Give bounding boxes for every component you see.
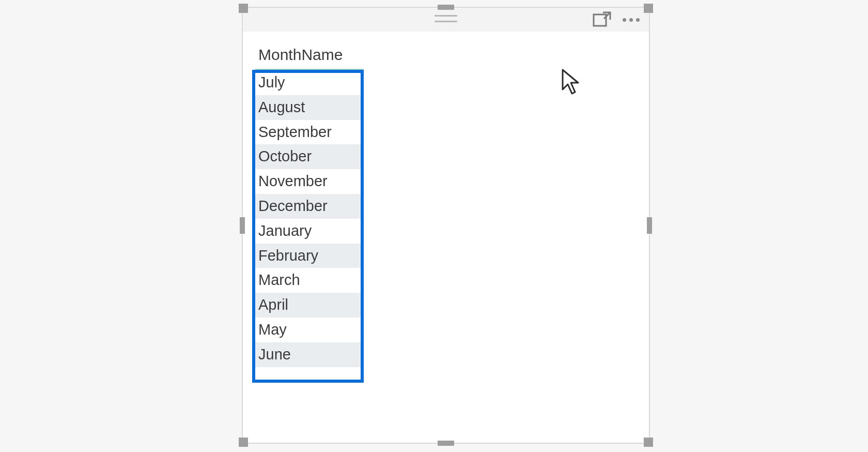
resize-handle-tr[interactable] — [644, 4, 653, 13]
table-row[interactable]: February — [255, 244, 364, 268]
column-header-monthname[interactable]: MonthName — [255, 44, 364, 70]
table-row[interactable]: May — [255, 318, 364, 342]
scroll-thumb[interactable] — [252, 226, 255, 240]
resize-handle-br[interactable] — [644, 438, 653, 447]
table-row[interactable]: December — [255, 194, 364, 219]
table-body: July August September October November D… — [255, 70, 364, 367]
table-row[interactable]: October — [255, 144, 364, 169]
svg-line-1 — [604, 12, 610, 19]
visual-header — [243, 8, 649, 32]
focus-mode-icon[interactable] — [593, 11, 611, 28]
resize-handle-mr[interactable] — [647, 217, 652, 234]
table-row[interactable]: January — [255, 219, 364, 244]
resize-handle-bc[interactable] — [438, 441, 454, 446]
table-row[interactable]: November — [255, 169, 364, 194]
resize-handle-tc[interactable] — [438, 5, 454, 10]
more-options-icon[interactable] — [623, 18, 640, 22]
table-row[interactable]: August — [255, 95, 364, 120]
table-row[interactable]: September — [255, 120, 364, 145]
svg-rect-0 — [594, 14, 606, 26]
table-visual[interactable]: MonthName July August September October … — [242, 7, 650, 444]
resize-handle-tl[interactable] — [239, 4, 248, 13]
table-row[interactable]: July — [255, 70, 364, 95]
resize-handle-bl[interactable] — [239, 438, 248, 447]
resize-handle-ml[interactable] — [240, 217, 245, 234]
table-row[interactable]: April — [255, 293, 364, 318]
month-table[interactable]: MonthName July August September October … — [255, 44, 364, 367]
table-row[interactable]: March — [255, 268, 364, 293]
cursor-icon — [561, 69, 581, 98]
drag-handle-icon[interactable] — [435, 15, 457, 22]
table-row[interactable]: June — [255, 342, 364, 367]
